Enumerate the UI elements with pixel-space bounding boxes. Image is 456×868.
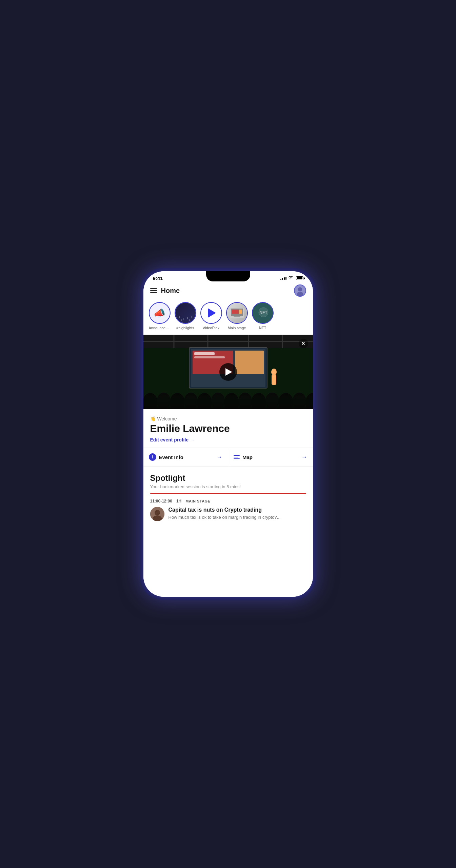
session-description: How much tax is ok to take on margin tra… (168, 514, 306, 520)
header: Home (143, 282, 313, 300)
svg-point-41 (155, 510, 160, 515)
map-cell[interactable]: Map → (228, 448, 313, 466)
wifi-icon (288, 276, 294, 281)
spotlight-divider (150, 493, 306, 494)
svg-point-1 (298, 287, 302, 291)
welcome-greeting: 👋 Welcome (150, 416, 306, 421)
event-info-cell[interactable]: i Event Info → (143, 448, 228, 466)
speaker-avatar (150, 507, 164, 521)
session-stage: MAIN STAGE (185, 499, 210, 503)
story-circle-nft: NFT (252, 302, 274, 324)
event-info-label: Event Info (159, 454, 214, 460)
crowd-image (175, 303, 196, 323)
phone-screen: 9:41 (143, 271, 313, 597)
svg-rect-7 (234, 316, 240, 317)
edit-profile-link[interactable]: Edit event profile → (150, 437, 195, 442)
user-name: Emilie Lawrence (150, 423, 306, 434)
story-label-nft: NFT (259, 326, 266, 330)
story-circle-announcements: 📣 (149, 302, 171, 324)
play-icon (225, 368, 232, 376)
svg-point-24 (271, 369, 277, 375)
avatar[interactable] (294, 284, 306, 297)
svg-rect-23 (194, 356, 225, 358)
spotlight-title: Spotlight (150, 473, 306, 483)
play-button-circle (201, 303, 221, 323)
svg-rect-21 (235, 351, 264, 374)
story-label-highlights: #highlights (176, 326, 194, 330)
nft-image: NFT (253, 303, 273, 323)
welcome-section: 👋 Welcome Emilie Lawrence Edit event pro… (143, 409, 313, 448)
story-announcements[interactable]: 📣 Announcem... (149, 302, 171, 330)
signal-icon (280, 277, 286, 280)
header-left: Home (150, 287, 180, 295)
event-info-arrow: → (216, 454, 222, 461)
session-duration: 1H (176, 499, 181, 504)
story-nft[interactable]: NFT NFT (252, 302, 274, 330)
svg-rect-25 (272, 375, 276, 385)
story-highlights[interactable]: #highlights (175, 302, 196, 330)
svg-rect-6 (239, 310, 242, 314)
spotlight-subtitle: Your bookmarked session is starting in 5… (150, 484, 306, 489)
session-info: Capital tax is nuts on Crypto trading Ho… (168, 507, 306, 520)
video-section: × (143, 335, 313, 409)
stories-row: 📣 Announcem... #highlights Vid (143, 300, 313, 335)
megaphone-icon: 📣 (154, 308, 165, 319)
svg-rect-22 (194, 352, 215, 355)
story-videoplex[interactable]: VideoPlex (200, 302, 222, 330)
battery-icon (296, 276, 303, 280)
play-triangle-icon (208, 308, 216, 318)
page-title: Home (161, 287, 180, 295)
session-title: Capital tax is nuts on Crypto trading (168, 507, 306, 513)
status-icons (280, 276, 303, 281)
spotlight-section: Spotlight Your bookmarked session is sta… (143, 467, 313, 525)
main-content: 👋 Welcome Emilie Lawrence Edit event pro… (143, 409, 313, 597)
story-mainstage[interactable]: Main stage (226, 302, 248, 330)
svg-rect-39 (143, 392, 313, 409)
session-meta: 11:00-12:00 1H MAIN STAGE (150, 499, 306, 504)
map-arrow: → (301, 454, 308, 461)
svg-point-2 (297, 292, 303, 297)
video-play-button[interactable] (219, 363, 237, 381)
svg-text:NFT: NFT (259, 310, 267, 315)
info-icon: i (149, 453, 156, 461)
phone-frame: 9:41 (140, 268, 316, 600)
session-speaker-row: Capital tax is nuts on Crypto trading Ho… (150, 507, 306, 521)
info-map-row: i Event Info → Map → (143, 448, 313, 467)
status-time: 9:41 (153, 275, 163, 281)
map-label: Map (242, 454, 299, 460)
notch (206, 271, 250, 281)
story-circle-mainstage (226, 302, 248, 324)
story-label-mainstage: Main stage (228, 326, 246, 330)
story-circle-videoplex (200, 302, 222, 324)
story-circle-highlights (175, 302, 196, 324)
video-close-button[interactable]: × (299, 339, 308, 348)
story-label-videoplex: VideoPlex (203, 326, 219, 330)
story-label-announcements: Announcem... (149, 326, 171, 330)
map-icon (234, 455, 240, 459)
menu-button[interactable] (150, 288, 157, 293)
screen-image (227, 303, 247, 323)
session-time: 11:00-12:00 (150, 499, 172, 504)
svg-rect-5 (232, 310, 239, 314)
video-background (143, 335, 313, 409)
